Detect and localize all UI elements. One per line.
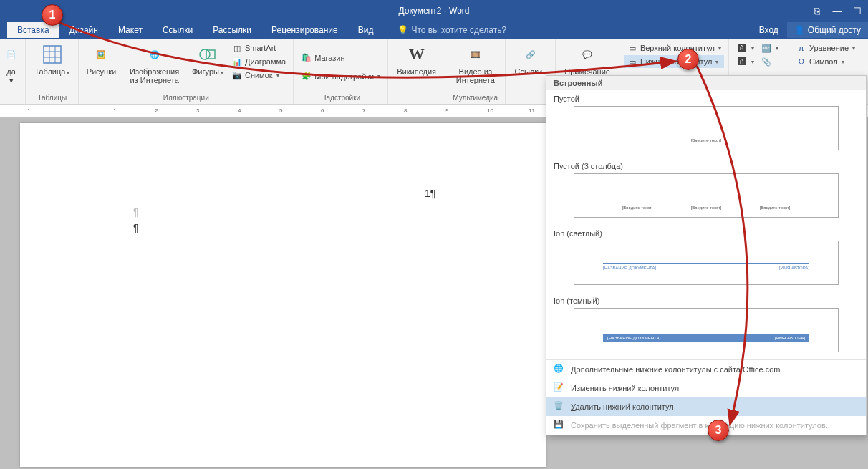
table-button[interactable]: Таблица▾ [30, 42, 74, 92]
textbox-mini-icon: 🅰 [736, 42, 748, 54]
video-icon: 🎞️ [464, 43, 487, 66]
ribbon-tabs: Вставка Дизайн Макет Ссылки Рассылки Рец… [0, 21, 868, 39]
shapes-icon [196, 43, 219, 66]
header-button[interactable]: ▭Верхний колонтитул▾ [624, 42, 724, 54]
ribbon-display-options-icon[interactable]: ⎘ [812, 6, 822, 16]
addins-icon: 🧩 [301, 71, 312, 82]
paragraph-mark-1: ¶ [133, 206, 139, 218]
remove-footer-label: Удалить нижний колонтитул [571, 402, 674, 411]
svg-rect-6 [206, 50, 215, 59]
minimize-button[interactable]: — [832, 6, 842, 16]
callout-marker-2: 2 [677, 49, 699, 70]
remove-footer-icon: 🗑️ [554, 401, 565, 412]
gallery-item-blank3[interactable]: Пустой (3 столбца) [Введите текст] [Введ… [546, 158, 866, 225]
wikipedia-icon: W [405, 43, 428, 66]
tab-layout[interactable]: Макет [108, 22, 153, 38]
edit-footer-label: Изменить нижний колонтитул [571, 384, 679, 392]
gallery-builtin-header: Встроенный [546, 76, 866, 90]
table-icon [41, 43, 64, 66]
page-icon: 📄 [0, 43, 23, 66]
svg-point-5 [200, 49, 210, 59]
tab-view[interactable]: Вид [348, 22, 384, 38]
person-icon: 👤 [794, 25, 805, 35]
dropcap-mini-icon: 🔤 [761, 42, 772, 54]
restore-button[interactable]: ☐ [852, 6, 862, 16]
store-button[interactable]: 🛍️Магазин [298, 52, 383, 64]
gallery-item-ion-dark[interactable]: Ion (темный) [НАЗВАНИЕ ДОКУМЕНТА] [ИМЯ А… [546, 292, 866, 359]
online-pictures-button[interactable]: 🌐 Изображения из Интернета [122, 42, 187, 92]
shapes-button[interactable]: Фигуры▾ [190, 42, 226, 92]
gallery-item-ion-light[interactable]: Ion (светлый) [НАЗВАНИЕ ДОКУМЕНТА] [ИМЯ … [546, 225, 866, 292]
comment-icon: 💬 [576, 43, 599, 66]
pages-group-cutoff[interactable]: 📄 да ▾ [1, 42, 21, 92]
footer-gallery-dropdown: Встроенный Пустой [Введите текст] Пустой… [546, 75, 867, 435]
addins-group-label: Надстройки [298, 92, 383, 104]
sign-in-link[interactable]: Вход [751, 22, 787, 38]
pictures-icon: 🖼️ [90, 43, 112, 66]
tables-group-label: Таблицы [30, 92, 74, 104]
header-icon: ▭ [627, 42, 638, 54]
screenshot-button[interactable]: 📷Снимок▾ [228, 69, 289, 82]
lightbulb-icon: 💡 [397, 25, 408, 35]
wordart-mini-icon: 🅰 [736, 56, 748, 67]
remove-footer-item[interactable]: 🗑️ Удалить нижний колонтитул [546, 397, 866, 416]
smartart-icon: ◫ [231, 42, 243, 54]
online-pictures-icon: 🌐 [143, 43, 166, 66]
pictures-button[interactable]: 🖼️ Рисунки [83, 42, 119, 92]
callout-marker-3: 3 [708, 420, 729, 441]
page-number-text: 1¶ [425, 188, 435, 199]
page[interactable]: 1¶ ¶ ¶ [20, 123, 546, 467]
tab-review[interactable]: Рецензирование [261, 22, 348, 38]
equation-button[interactable]: πУравнение▾ [793, 42, 858, 54]
window-title: Документ2 - Word [398, 6, 469, 16]
save-gallery-icon: 💾 [554, 420, 565, 431]
more-footers-office-item[interactable]: 🌐 Дополнительные нижние колонтитулы с са… [546, 360, 866, 379]
callout-marker-1: 1 [42, 4, 63, 26]
title-bar: Документ2 - Word ⎘ — ☐ [0, 0, 868, 21]
tab-design[interactable]: Дизайн [59, 22, 108, 38]
symbol-button[interactable]: ΩСимвол▾ [793, 55, 858, 68]
links-button[interactable]: 🔗 Ссылки▾ [510, 42, 551, 92]
wikipedia-button[interactable]: W Википедия [392, 42, 440, 92]
tab-mailings[interactable]: Рассылки [203, 22, 261, 38]
globe-icon: 🌐 [554, 364, 565, 375]
screenshot-icon: 📷 [231, 69, 243, 81]
gallery-item-blank[interactable]: Пустой [Введите текст] [546, 90, 866, 158]
illustrations-group-label: Иллюстрации [83, 92, 289, 104]
save-selection-footer-item: 💾 Сохранить выделенный фрагмент в коллек… [546, 416, 866, 435]
tell-me-placeholder: Что вы хотите сделать? [411, 25, 506, 35]
smartart-button[interactable]: ◫SmartArt [228, 42, 289, 54]
chart-button[interactable]: 📊Диаграмма [228, 55, 289, 68]
share-button[interactable]: 👤 Общий досту [787, 22, 868, 38]
chart-icon: 📊 [231, 56, 243, 67]
footer-button[interactable]: ▭Нижний колонтитул▾ [624, 55, 724, 68]
paragraph-mark-2: ¶ [133, 222, 139, 233]
edit-footer-item[interactable]: 📝 Изменить нижний колонтитул [546, 379, 866, 397]
my-addins-button[interactable]: 🧩Мои надстройки▾ [298, 70, 383, 83]
object-mini-icon: 📎 [761, 56, 772, 67]
small-toolbar-row1[interactable]: 🅰▾ 🔤▾ [733, 42, 781, 54]
save-selection-label: Сохранить выделенный фрагмент в коллекци… [571, 421, 832, 430]
symbol-icon: Ω [796, 56, 807, 67]
edit-footer-icon: 📝 [554, 382, 565, 394]
link-icon: 🔗 [519, 43, 542, 66]
small-toolbar-row2[interactable]: 🅰▾ 📎 [733, 55, 781, 68]
share-label: Общий досту [808, 25, 861, 35]
svg-rect-0 [44, 46, 61, 63]
tell-me-search[interactable]: 💡 Что вы хотите сделать? [397, 25, 506, 35]
equation-icon: π [796, 42, 807, 54]
footer-icon: ▭ [627, 56, 638, 67]
store-icon: 🛍️ [301, 52, 312, 64]
online-video-button[interactable]: 🎞️ Видео из Интернета [450, 42, 501, 92]
media-group-label: Мультимедиа [450, 92, 501, 104]
tab-references[interactable]: Ссылки [153, 22, 203, 38]
more-footers-label: Дополнительные нижние колонтитулы с сайт… [571, 365, 780, 374]
